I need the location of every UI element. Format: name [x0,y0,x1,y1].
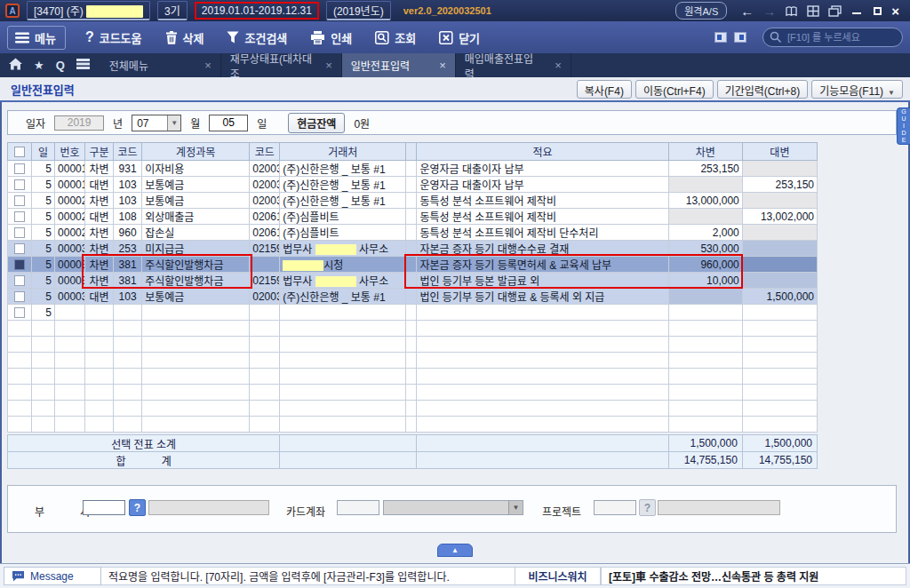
table-row[interactable]: 500002차변103보통예금02003(주)신한은행 _ 보통 #1동특성 분… [8,193,818,209]
table-row[interactable]: 500002대변108외상매출금02061(주)심플비트동특성 분석 소프트웨어… [8,209,818,225]
spacer-cell [406,257,417,273]
table-row-empty[interactable] [8,369,818,385]
message-label: Message [30,570,74,583]
tab-label: 전체메뉴 [109,58,148,73]
year-input[interactable] [54,115,104,131]
card-account-input[interactable] [337,500,379,515]
print-button[interactable]: 인쇄 [310,29,352,46]
row-checkbox[interactable] [14,259,25,270]
table-row-empty[interactable] [8,353,818,369]
chevron-down-icon[interactable]: ▼ [167,115,180,131]
maximize-button[interactable] [874,7,882,15]
page-button-3[interactable]: 기간입력(Ctrl+8) [717,80,809,99]
department-code-input[interactable] [83,500,125,515]
back-icon[interactable]: ← [740,4,754,19]
amount-cell: 13,002,000 [742,209,817,225]
tab-close-icon[interactable]: × [555,59,562,72]
page-button-1[interactable]: 복사(F4) [577,80,632,99]
header-checkbox[interactable] [14,147,25,157]
close-screen-button[interactable]: 닫기 [439,29,480,46]
table-row[interactable]: 500003차변381주식할인발행차금시청자본금 증자 등기 등록면허세 & 교… [8,257,818,273]
row-checkbox[interactable] [14,211,25,222]
department-help-button[interactable]: ? [129,499,146,516]
close-window-button[interactable]: × [891,4,899,19]
table-row-empty[interactable] [8,401,818,417]
tab-3[interactable]: 일반전표입력× [342,53,456,77]
table-row-empty[interactable] [8,417,818,433]
page-button-4[interactable]: 기능모음(F11)▼ [811,80,903,99]
row-checkbox[interactable] [14,227,25,238]
quick-search-input[interactable] [762,28,903,47]
forward-icon[interactable]: → [762,4,776,19]
page-button-2[interactable]: 이동(Ctrl+F4) [635,80,714,99]
empty-cell [417,321,668,337]
row-checkbox[interactable] [14,275,25,286]
column-header: 차변 [668,143,742,161]
minimize-button[interactable] [852,7,861,14]
filter-search-button[interactable]: 조건검색 [227,29,287,46]
collapse-panel-handle[interactable]: ▲ [437,544,473,557]
row-checkbox[interactable] [14,243,25,254]
table-row[interactable]: 500003대변103보통예금02003(주)신한은행 _ 보통 #1법인 등기… [8,289,818,305]
table-row[interactable]: 500001차변931이자비용02003(주)신한은행 _ 보통 #1운영자금 … [8,161,818,177]
tab-close-icon[interactable]: × [325,59,332,72]
tab-2[interactable]: 재무상태표(대차대조× [221,53,342,77]
tab-1[interactable]: 전체메뉴× [100,53,221,77]
table-row[interactable]: 500001대변103보통예금02003(주)신한은행 _ 보통 #1운영자금 … [8,177,818,193]
page-title: 일반전표입력 [11,81,75,98]
row-checkbox-cell [8,273,32,289]
cash-balance-button[interactable]: 현금잔액 [288,113,345,133]
empty-cell [55,337,85,353]
code-help-button[interactable]: ? 코드도움 [85,29,142,46]
view-button[interactable]: 조회 [375,29,416,46]
tab-close-icon[interactable]: × [204,59,212,72]
column-header: 번호 [55,143,85,161]
remote-as-button[interactable]: 원격A/S [675,2,727,20]
card-account-dropdown[interactable]: ▼ [383,500,523,515]
amount-cell: 1,500,000 [742,289,817,305]
spacer-cell [406,273,417,289]
table-row[interactable]: 5 [8,305,818,321]
home-icon[interactable] [9,58,22,73]
search-icon [770,31,782,44]
table-row-empty[interactable] [8,321,818,337]
favorites-star-icon[interactable]: ★ [34,59,44,72]
cascade-windows-icon[interactable] [828,5,842,17]
table-row[interactable]: 500002차변960잡손실02061(주)심플비트동특성 분석 소프트웨어 제… [8,225,818,241]
news-headline[interactable]: [포토]車 수출감소 전망…신속통관 등 총력 지원 [601,567,906,585]
empty-cell [250,401,280,417]
debit-credit-type-cell: 차변 [85,161,114,177]
row-checkbox[interactable] [14,179,25,190]
tile-windows-icon[interactable] [807,5,819,17]
chevron-down-icon[interactable]: ▼ [508,501,523,514]
month-dropdown[interactable]: 07 ▼ [132,115,181,131]
delete-button[interactable]: 삭제 [165,29,204,46]
book-view-icon[interactable] [785,5,798,17]
empty-cell [406,417,417,433]
table-row-empty[interactable] [8,385,818,401]
menu-button[interactable]: 메뉴 [7,26,66,50]
row-checkbox[interactable] [14,291,25,302]
day-input[interactable] [209,115,248,131]
project-help-button[interactable]: ? [639,499,656,516]
amount-cell: 253,150 [742,177,817,193]
table-row-empty[interactable] [8,337,818,353]
menu-list-icon[interactable] [76,59,90,72]
empty-cell [114,417,142,433]
row-checkbox[interactable] [14,307,25,318]
table-row[interactable]: 500003차변253미지급금02159법무사 사무소자본금 증자 등기 대행수… [8,241,818,257]
news-source[interactable]: 비즈니스워치 [515,567,601,585]
amount-cell: 13,000,000 [668,193,742,209]
project-code-input[interactable] [594,500,636,515]
table-row[interactable]: 500003차변381주식할인발행차금02159법무사 사무소법인 등기부 등본… [8,273,818,289]
panel-toggle-left-icon[interactable] [714,32,727,43]
tab-4[interactable]: 매입매출전표입력× [456,53,571,77]
empty-cell [142,321,250,337]
day-cell: 5 [32,177,55,193]
row-checkbox[interactable] [14,195,25,206]
quick-menu-icon[interactable]: Q [56,59,65,72]
tab-close-icon[interactable]: × [439,59,446,72]
guide-side-tab[interactable]: GUIDE [897,107,910,145]
row-checkbox[interactable] [14,163,25,174]
panel-toggle-right-icon[interactable] [734,32,746,43]
